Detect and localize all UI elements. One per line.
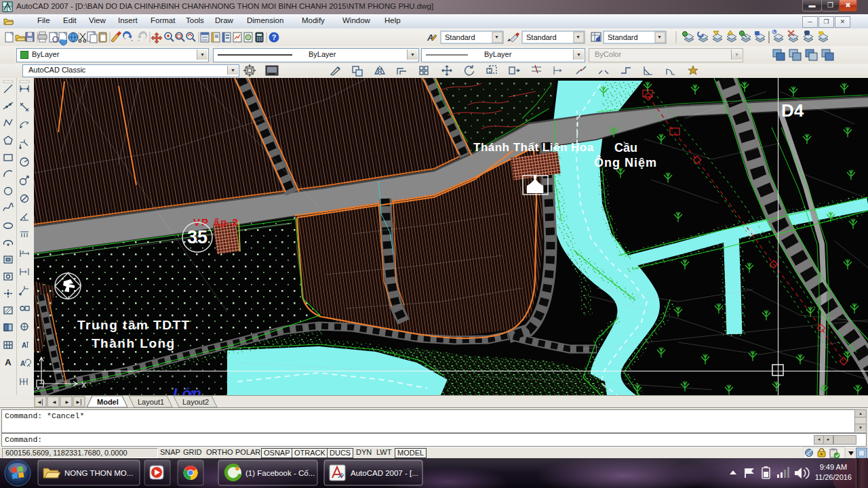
svg-text:A: A	[20, 360, 25, 367]
svg-text:NONG THON MO...: NONG THON MO...	[64, 469, 133, 477]
svg-text:►▏: ►▏	[75, 399, 85, 405]
svg-text:Thành Long: Thành Long	[92, 336, 176, 350]
svg-text:A: A	[22, 342, 26, 349]
svg-text:Trung tâm TDTT: Trung tâm TDTT	[77, 318, 191, 332]
svg-text:◄▏: ◄▏	[37, 399, 46, 405]
svg-text:Layout1: Layout1	[138, 398, 164, 406]
svg-text:VP ấp 2: VP ấp 2	[193, 216, 239, 228]
svg-text:Standard: Standard	[445, 33, 475, 41]
svg-text:▼: ▼	[576, 35, 580, 39]
svg-text:(1) Facebook - Cố...: (1) Facebook - Cố...	[245, 469, 315, 477]
svg-text:Thánh Thất Liên Hoa: Thánh Thất Liên Hoa	[473, 141, 594, 154]
svg-text:Layout2: Layout2	[182, 398, 209, 406]
svg-text:X: X	[81, 381, 87, 389]
svg-text:D4: D4	[781, 100, 804, 121]
svg-text:AutoCAD 2007 - [...: AutoCAD 2007 - [...	[351, 469, 418, 477]
svg-text:A: A	[5, 357, 12, 367]
svg-text:►: ►	[64, 399, 70, 405]
svg-text:Ông Niệm: Ông Niệm	[594, 155, 657, 169]
svg-text:Cầu: Cầu	[614, 141, 637, 155]
svg-text:Standard: Standard	[608, 33, 638, 41]
svg-text:▼: ▼	[494, 35, 499, 39]
svg-text:?: ?	[272, 33, 277, 41]
svg-text:Lớn: Lớn	[173, 385, 201, 395]
svg-text:Model: Model	[97, 398, 119, 406]
svg-text:Standard: Standard	[526, 33, 557, 41]
svg-text:35: 35	[187, 227, 208, 247]
svg-text:▼: ▼	[657, 35, 662, 39]
svg-text:◄: ◄	[52, 399, 57, 405]
